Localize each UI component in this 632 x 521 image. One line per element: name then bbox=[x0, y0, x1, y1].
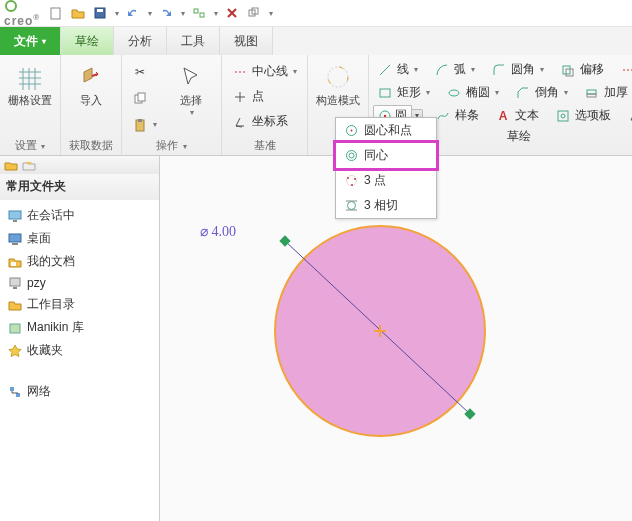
svg-point-0 bbox=[6, 1, 16, 11]
windows-icon[interactable] bbox=[246, 5, 262, 21]
svg-rect-49 bbox=[16, 393, 20, 397]
offset-button[interactable]: 偏移 bbox=[556, 59, 608, 80]
folder-item[interactable]: Manikin 库 bbox=[2, 316, 157, 339]
work-area: 常用文件夹 在会话中桌面我的文档pzy工作目录Manikin 库收藏夹网络 ⌀ … bbox=[0, 156, 632, 521]
import-icon bbox=[77, 63, 105, 91]
chevron-down-icon[interactable]: ▾ bbox=[269, 9, 273, 18]
center-button[interactable]: 中 bbox=[616, 59, 632, 80]
svg-point-22 bbox=[449, 90, 459, 96]
fillet-button[interactable]: 圆角 ▾ bbox=[487, 59, 548, 80]
chevron-down-icon[interactable]: ▾ bbox=[115, 9, 119, 18]
import-button[interactable]: 导入 bbox=[67, 59, 115, 136]
svg-rect-5 bbox=[200, 13, 204, 17]
select-button[interactable]: 选择▾ bbox=[167, 59, 215, 136]
group-grid: 栅格设置 设置 ▾ bbox=[0, 55, 61, 155]
svg-rect-23 bbox=[587, 90, 596, 94]
svg-point-35 bbox=[354, 178, 356, 180]
open-icon[interactable] bbox=[70, 5, 86, 21]
chevron-down-icon[interactable]: ▾ bbox=[148, 9, 152, 18]
csys-tool[interactable] bbox=[623, 105, 632, 126]
close-icon[interactable] bbox=[224, 5, 240, 21]
redo-icon[interactable] bbox=[158, 5, 174, 21]
copy-button[interactable] bbox=[128, 88, 161, 108]
ellipse-button[interactable]: 椭圆 ▾ bbox=[442, 82, 503, 103]
centerline-icon bbox=[232, 64, 248, 80]
circle-menu: 圆心和点 同心 3 点 3 相切 bbox=[335, 117, 437, 219]
sidebar-tabs[interactable] bbox=[0, 156, 159, 174]
group-label: 基准 bbox=[228, 136, 301, 153]
regen-icon[interactable] bbox=[191, 5, 207, 21]
chevron-down-icon[interactable]: ▾ bbox=[214, 9, 218, 18]
group-import: 导入 获取数据 bbox=[61, 55, 122, 155]
folder-item[interactable]: 网络 bbox=[2, 380, 157, 403]
svg-point-30 bbox=[350, 130, 352, 132]
rect-button[interactable]: 矩形 ▾ bbox=[373, 82, 434, 103]
folder-item[interactable]: 收藏夹 bbox=[2, 339, 157, 362]
tab-analysis[interactable]: 分析 bbox=[114, 27, 167, 55]
copy-icon bbox=[132, 90, 148, 106]
svg-rect-21 bbox=[380, 89, 390, 97]
folder-tree: 在会话中桌面我的文档pzy工作目录Manikin 库收藏夹网络 bbox=[0, 200, 159, 521]
grid-settings-button[interactable]: 栅格设置 bbox=[6, 59, 54, 136]
menu-three-points[interactable]: 3 点 bbox=[336, 168, 436, 193]
folder-item[interactable]: 在会话中 bbox=[2, 204, 157, 227]
folder-sidebar: 常用文件夹 在会话中桌面我的文档pzy工作目录Manikin 库收藏夹网络 bbox=[0, 156, 160, 521]
workdir-icon bbox=[8, 298, 22, 312]
folder-label: 我的文档 bbox=[27, 253, 75, 270]
circle-center-icon bbox=[344, 124, 358, 138]
svg-rect-4 bbox=[194, 9, 198, 13]
folder-label: 收藏夹 bbox=[27, 342, 63, 359]
svg-point-34 bbox=[347, 177, 349, 179]
folder-label: pzy bbox=[27, 276, 46, 290]
folder-item[interactable]: 桌面 bbox=[2, 227, 157, 250]
folder-item[interactable]: pzy bbox=[2, 273, 157, 293]
thicken-icon bbox=[584, 85, 600, 101]
tab-icon[interactable] bbox=[22, 158, 36, 172]
tab-sketch[interactable]: 草绘 bbox=[61, 27, 114, 55]
spline-button[interactable]: 样条 bbox=[431, 105, 483, 126]
svg-point-31 bbox=[346, 151, 356, 161]
text-button[interactable]: A文本 bbox=[491, 105, 543, 126]
chamfer-button[interactable]: 倒角 ▾ bbox=[511, 82, 572, 103]
folder-item[interactable]: 我的文档 bbox=[2, 250, 157, 273]
arc-icon bbox=[434, 62, 450, 78]
tab-view[interactable]: 视图 bbox=[220, 27, 273, 55]
group-label[interactable]: 设置 ▾ bbox=[6, 136, 54, 153]
folder-item[interactable]: 工作目录 bbox=[2, 293, 157, 316]
svg-rect-42 bbox=[9, 234, 21, 242]
paste-button[interactable]: ▾ bbox=[128, 115, 161, 135]
svg-rect-3 bbox=[97, 9, 103, 12]
tab-tools[interactable]: 工具 bbox=[167, 27, 220, 55]
svg-rect-41 bbox=[13, 220, 17, 222]
svg-point-36 bbox=[351, 184, 353, 186]
chevron-down-icon[interactable]: ▾ bbox=[181, 9, 185, 18]
menu-three-tangent[interactable]: 3 相切 bbox=[336, 193, 436, 218]
folder-label: Manikin 库 bbox=[27, 319, 84, 336]
arc-button[interactable]: 弧 ▾ bbox=[430, 59, 479, 80]
svg-rect-9 bbox=[138, 93, 145, 101]
docs-icon bbox=[8, 255, 22, 269]
cut-button[interactable]: ✂ bbox=[128, 62, 161, 82]
chamfer-icon bbox=[515, 85, 531, 101]
tab-icon[interactable] bbox=[4, 158, 18, 172]
point-button[interactable]: 点 bbox=[228, 86, 301, 107]
centerline-button[interactable]: 中心线 ▾ bbox=[228, 61, 301, 82]
csys-icon bbox=[232, 114, 248, 130]
palette-button[interactable]: 选项板 bbox=[551, 105, 615, 126]
thicken-button[interactable]: 加厚 bbox=[580, 82, 632, 103]
csys-button[interactable]: 坐标系 bbox=[228, 111, 301, 132]
folder-label: 桌面 bbox=[27, 230, 51, 247]
tab-file[interactable]: 文件▾ bbox=[0, 27, 61, 55]
ribbon: 栅格设置 设置 ▾ 导入 获取数据 ✂ ▾ 选择▾ 操作 ▾ bbox=[0, 55, 632, 156]
svg-point-32 bbox=[349, 153, 354, 158]
line-button[interactable]: 线 ▾ bbox=[373, 59, 422, 80]
save-icon[interactable] bbox=[92, 5, 108, 21]
scissors-icon: ✂ bbox=[132, 64, 148, 80]
group-label[interactable]: 操作 ▾ bbox=[128, 136, 215, 153]
new-icon[interactable] bbox=[48, 5, 64, 21]
quick-access-toolbar: ▾ ▾ ▾ ▾ ▾ bbox=[48, 5, 273, 21]
desktop-icon bbox=[8, 232, 22, 246]
undo-icon[interactable] bbox=[125, 5, 141, 21]
menu-concentric[interactable]: 同心 bbox=[333, 140, 439, 171]
svg-point-37 bbox=[347, 202, 355, 210]
